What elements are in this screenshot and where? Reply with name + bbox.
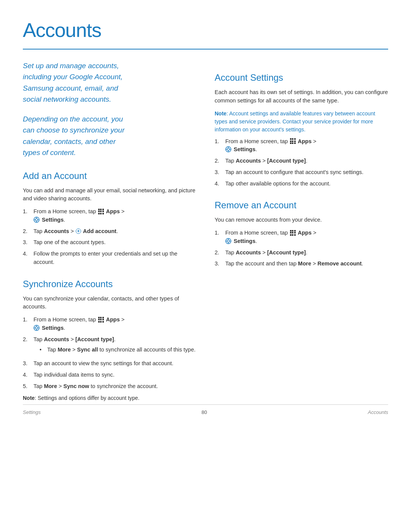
account-settings-note: Note: Account settings and available fea… (215, 110, 388, 134)
title-divider (23, 49, 388, 50)
apps-icon-4 (290, 230, 296, 236)
apps-icon-2 (98, 316, 104, 323)
synchronize-accounts-desc: You can synchronize your calendar, conta… (23, 295, 196, 312)
settings-icon-2 (33, 325, 40, 331)
footer-left: Settings (23, 409, 41, 416)
intro-text-2: Depending on the account, you can choose… (23, 113, 196, 158)
add-icon: + (76, 228, 81, 234)
add-account-desc: You can add and manage all your email, s… (23, 187, 196, 203)
remove-step-1: 1. From a Home screen, tap Apps > (215, 229, 388, 246)
remove-step-2: 2. Tap Accounts > [Account type]. (215, 249, 388, 257)
remove-account-steps: 1. From a Home screen, tap Apps > (215, 229, 388, 268)
add-step-2: 2. Tap Accounts > + Add account. (23, 227, 196, 236)
add-step-3: 3. Tap one of the account types. (23, 238, 196, 247)
synchronize-accounts-title: Synchronize Accounts (23, 277, 196, 291)
add-step-4: 4. Follow the prompts to enter your cred… (23, 250, 196, 267)
footer-right: Accounts (368, 409, 388, 416)
accsettings-step-4: 4. Tap other available options for the a… (215, 180, 388, 188)
add-step-1: 1. From a Home screen, tap Apps > (23, 208, 196, 224)
bullet-sync-all: • Tap More > Sync all to synchronize all… (40, 346, 196, 354)
sync-note: Note: Settings and options differ by acc… (23, 394, 196, 402)
settings-icon-4 (225, 238, 231, 244)
page-footer: Settings 80 Accounts (23, 404, 388, 416)
apps-icon-3 (290, 138, 296, 144)
add-account-steps: 1. From a Home screen, tap Apps > (23, 208, 196, 267)
apps-icon (98, 208, 104, 214)
sync-step-1: 1. From a Home screen, tap Apps > (23, 316, 196, 332)
svg-point-19 (227, 240, 229, 242)
accsettings-step-2: 2. Tap Accounts > [Account type]. (215, 157, 388, 165)
remove-account-title: Remove an Account (215, 198, 388, 212)
accsettings-step-1: 1. From a Home screen, tap Apps > (215, 137, 388, 154)
sync-step-5: 5. Tap More > Sync now to synchronize th… (23, 382, 196, 391)
synchronize-accounts-steps: 1. From a Home screen, tap Apps > (23, 316, 196, 390)
add-account-title: Add an Account (23, 169, 196, 183)
page-title: Accounts (23, 15, 388, 45)
svg-point-7 (35, 327, 38, 329)
account-settings-desc: Each account has its own set of settings… (215, 88, 388, 105)
sync-step-4: 4. Tap individual data items to sync. (23, 371, 196, 379)
intro-text: Set up and manage accounts, including yo… (23, 60, 196, 105)
account-settings-steps: 1. From a Home screen, tap Apps > (215, 137, 388, 188)
svg-point-1 (35, 219, 38, 221)
svg-point-13 (227, 148, 229, 150)
settings-icon (33, 217, 40, 223)
accsettings-step-3: 3. Tap an account to configure that acco… (215, 168, 388, 177)
settings-icon-3 (225, 146, 231, 152)
sync-step-2: 2. Tap Accounts > [Account type]. • Tap … (23, 335, 196, 357)
remove-account-desc: You can remove accounts from your device… (215, 216, 388, 224)
remove-step-3: 3. Tap the account and then tap More > R… (215, 260, 388, 268)
footer-page-number: 80 (202, 409, 207, 416)
sync-step-3: 3. Tap an account to view the sync setti… (23, 359, 196, 368)
account-settings-title: Account Settings (215, 71, 388, 85)
